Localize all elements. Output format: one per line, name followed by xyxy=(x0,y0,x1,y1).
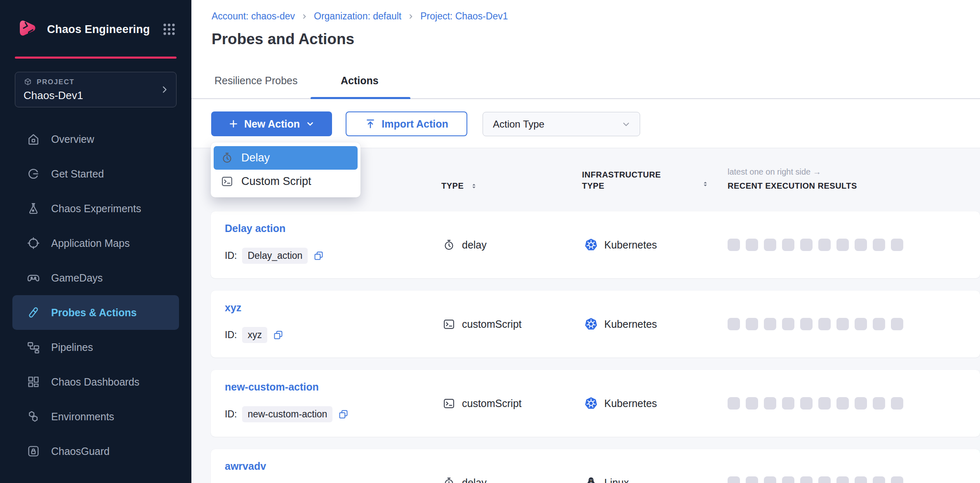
sort-icon[interactable] xyxy=(470,182,478,190)
kubernetes-icon xyxy=(584,238,598,251)
page-title: Probes and Actions xyxy=(212,31,354,48)
project-label: PROJECT xyxy=(37,78,75,86)
action-type-filter[interactable]: Action Type xyxy=(483,112,640,136)
execution-result-placeholder xyxy=(764,239,776,251)
id-label: ID: xyxy=(225,409,237,420)
sidebar-item-application-maps[interactable]: Application Maps xyxy=(12,226,179,260)
infrastructure-type-cell: Kubernetes xyxy=(584,211,657,278)
execution-result-placeholder xyxy=(873,318,885,330)
sidebar-header: Chaos Engineering xyxy=(0,0,191,41)
infrastructure-type-cell: Kubernetes xyxy=(584,291,657,358)
tab-actions[interactable]: Actions xyxy=(341,75,379,87)
breadcrumb-project-link[interactable]: Project: Chaos-Dev1 xyxy=(420,11,508,22)
stopwatch-icon xyxy=(443,239,455,251)
breadcrumb-account-link[interactable]: Account: chaos-dev xyxy=(212,11,295,22)
action-name-link[interactable]: Delay action xyxy=(225,223,285,234)
copy-icon[interactable] xyxy=(273,329,284,341)
brand-divider xyxy=(15,57,177,59)
execution-result-placeholder xyxy=(728,476,740,483)
action-id-value: xyz xyxy=(242,327,267,343)
execution-result-placeholder xyxy=(855,397,867,410)
toolbar: New Action Import Action Action Type xyxy=(191,99,980,148)
environments-icon xyxy=(26,410,40,424)
action-type-value: delay xyxy=(462,239,487,251)
action-type-cell: customScript xyxy=(443,291,521,358)
execution-result-placeholder xyxy=(855,476,867,483)
copy-icon[interactable] xyxy=(338,409,349,420)
linux-icon xyxy=(584,476,598,483)
sidebar-item-chaos-dashboards[interactable]: Chaos Dashboards xyxy=(12,365,179,399)
sidebar-item-environments[interactable]: Environments xyxy=(12,399,179,434)
recent-results-hint: latest one on right side → xyxy=(728,167,821,177)
sidebar-item-label: Application Maps xyxy=(51,237,130,249)
action-row-awrvadv: awrvadvdelayLinux xyxy=(211,449,980,483)
execution-results xyxy=(728,211,903,278)
import-action-button[interactable]: Import Action xyxy=(346,111,467,136)
stopwatch-icon xyxy=(443,476,455,483)
execution-result-placeholder xyxy=(728,318,740,330)
sidebar-item-label: Environments xyxy=(51,411,114,423)
sidebar-item-chaos-experiments[interactable]: Chaos Experiments xyxy=(12,191,179,226)
action-type-cell: customScript xyxy=(443,370,521,437)
infrastructure-type-value: Linux xyxy=(604,477,629,483)
execution-result-placeholder xyxy=(836,397,849,410)
import-action-label: Import Action xyxy=(382,118,448,130)
project-selector[interactable]: PROJECT Chaos-Dev1 xyxy=(15,72,177,107)
execution-result-placeholder xyxy=(764,476,776,483)
execution-result-placeholder xyxy=(782,318,794,330)
stopwatch-icon xyxy=(221,152,233,164)
flask-icon xyxy=(26,201,40,215)
sidebar-item-probes-actions[interactable]: Probes & Actions xyxy=(12,295,179,330)
sidebar-item-label: Overview xyxy=(51,133,94,145)
execution-result-placeholder xyxy=(782,476,794,483)
execution-result-placeholder xyxy=(782,397,794,410)
harness-logo-icon xyxy=(15,17,39,41)
sidebar-item-overview[interactable]: Overview xyxy=(12,122,179,156)
action-name-link[interactable]: new-custom-action xyxy=(225,381,319,393)
execution-results xyxy=(728,449,903,483)
execution-result-placeholder xyxy=(728,239,740,251)
chevron-right-icon xyxy=(408,13,414,20)
cube-icon xyxy=(24,78,32,86)
action-row-xyz: xyzID:xyzcustomScriptKubernetes xyxy=(211,291,980,358)
action-id-row: ID:Delay_action xyxy=(225,248,324,264)
action-id-value: Delay_action xyxy=(242,248,308,264)
execution-result-placeholder xyxy=(891,476,903,483)
sidebar-item-get-started[interactable]: Get Started xyxy=(12,156,179,191)
dashboard-icon xyxy=(26,375,40,389)
sidebar-item-chaosguard[interactable]: ChaosGuard xyxy=(12,434,179,469)
kubernetes-icon xyxy=(584,317,598,331)
sidebar-item-gamedays[interactable]: GameDays xyxy=(12,260,179,295)
module-grid-icon[interactable] xyxy=(162,22,177,37)
new-action-button[interactable]: New Action xyxy=(211,111,332,136)
tab-resilience-probes[interactable]: Resilience Probes xyxy=(214,75,298,87)
execution-result-placeholder xyxy=(855,318,867,330)
action-name-link[interactable]: awrvadv xyxy=(225,460,266,472)
menu-item-custom-script[interactable]: Custom Script xyxy=(214,170,358,193)
sidebar: Chaos Engineering PROJECT Chaos-Dev1 Ove… xyxy=(0,0,191,483)
chevron-right-icon xyxy=(301,13,308,20)
execution-result-placeholder xyxy=(891,397,903,410)
breadcrumb-org-link[interactable]: Organization: default xyxy=(314,11,401,22)
sidebar-item-label: GameDays xyxy=(51,272,103,284)
sort-icon[interactable] xyxy=(701,180,709,188)
menu-item-delay[interactable]: Delay xyxy=(214,146,358,170)
action-type-cell: delay xyxy=(443,449,487,483)
execution-result-placeholder xyxy=(855,239,867,251)
chevron-right-icon xyxy=(160,85,170,95)
new-action-dropdown-menu: DelayCustom Script xyxy=(211,142,360,197)
action-id-row: ID:new-custom-action xyxy=(225,406,349,422)
execution-result-placeholder xyxy=(836,318,849,330)
sidebar-item-label: Chaos Experiments xyxy=(51,203,141,215)
copy-icon[interactable] xyxy=(313,250,324,261)
terminal-icon xyxy=(443,318,455,331)
execution-result-placeholder xyxy=(818,476,831,483)
sidebar-item-label: ChaosGuard xyxy=(51,445,110,457)
sidebar-item-pipelines[interactable]: Pipelines xyxy=(12,330,179,365)
terminal-icon xyxy=(443,397,455,410)
action-name-link[interactable]: xyz xyxy=(225,302,241,314)
menu-item-label: Delay xyxy=(241,152,270,164)
column-header-infrastructure-type: INFRASTRUCTURE TYPE xyxy=(582,169,673,192)
infrastructure-type-value: Kubernetes xyxy=(604,318,657,330)
project-label-row: PROJECT xyxy=(24,78,168,86)
